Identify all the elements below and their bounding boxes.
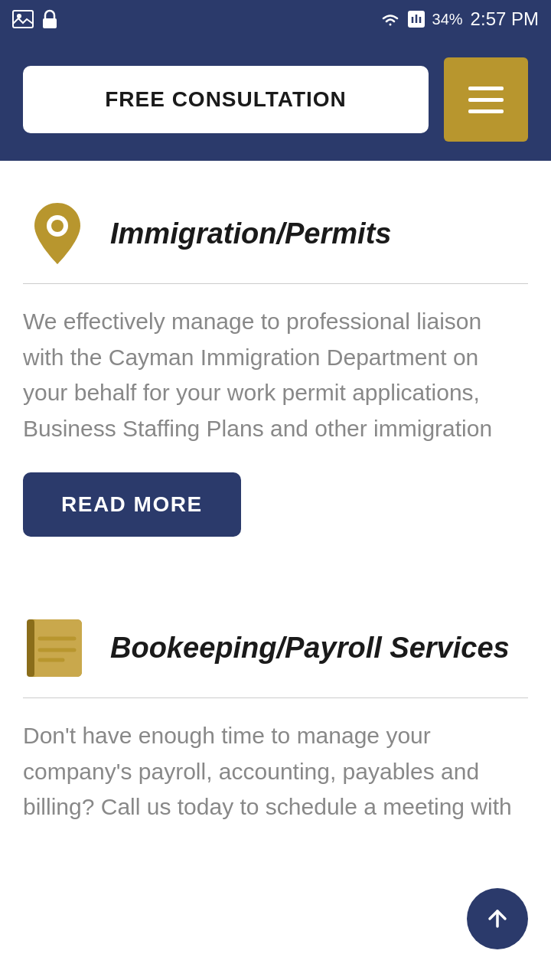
immigration-section: Immigration/Permits We effectively manag… [23, 184, 528, 552]
immigration-text: We effectively manage to professional li… [23, 304, 528, 446]
svg-rect-2 [43, 18, 57, 28]
svg-point-1 [17, 14, 21, 18]
section-spacer-1 [23, 552, 528, 598]
immigration-divider [23, 283, 528, 284]
wifi-icon [380, 11, 400, 28]
svg-point-8 [51, 220, 64, 232]
scroll-to-top-button[interactable] [467, 888, 528, 949]
immigration-icon [23, 199, 92, 268]
immigration-read-more-button[interactable]: READ MORE [23, 472, 241, 537]
bookeeping-divider [23, 697, 528, 698]
sim-icon [408, 11, 425, 28]
book-icon [23, 616, 92, 681]
status-time: 2:57 PM [471, 8, 539, 30]
hamburger-menu-icon [468, 87, 504, 113]
header: FREE CONSULTATION [0, 38, 551, 161]
svg-rect-14 [27, 619, 34, 677]
bookeeping-header: Bookeeping/Payroll Services [23, 613, 528, 682]
immigration-title: Immigration/Permits [110, 217, 391, 250]
bookeeping-section: Bookeeping/Payroll Services Don't have e… [23, 598, 528, 867]
bookeeping-text: Don't have enough time to manage your co… [23, 718, 528, 825]
svg-rect-0 [13, 11, 33, 28]
image-icon [12, 10, 34, 28]
bookeeping-title: Bookeeping/Payroll Services [110, 632, 510, 665]
battery-percentage: 34% [432, 11, 463, 28]
arrow-up-icon [484, 905, 511, 933]
main-content: Immigration/Permits We effectively manag… [0, 161, 551, 867]
menu-button[interactable] [444, 57, 528, 142]
status-right-icons: 34% 2:57 PM [380, 8, 539, 30]
immigration-header: Immigration/Permits [23, 199, 528, 268]
status-left-icons [12, 9, 58, 29]
free-consultation-button[interactable]: FREE CONSULTATION [23, 66, 429, 133]
status-bar: 34% 2:57 PM [0, 0, 551, 38]
bookeeping-icon [23, 613, 92, 682]
location-pin-icon [31, 199, 84, 268]
lock-icon [41, 9, 58, 29]
